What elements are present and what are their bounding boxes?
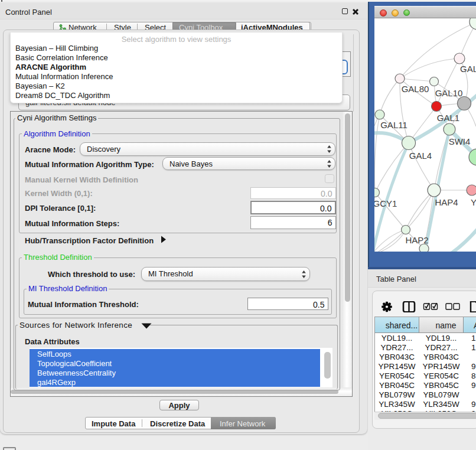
svg-text:SWI4: SWI4 xyxy=(449,136,471,146)
svg-text:HAP2: HAP2 xyxy=(405,235,428,245)
svg-text:HAP4: HAP4 xyxy=(435,197,458,207)
svg-text:GAL11: GAL11 xyxy=(380,120,407,130)
svg-text:GAL7: GAL7 xyxy=(460,64,476,74)
svg-text:GAL1: GAL1 xyxy=(437,113,459,123)
svg-text:GAL4: GAL4 xyxy=(409,151,432,161)
svg-text:GAL80: GAL80 xyxy=(402,84,429,94)
svg-text:YJ: YJ xyxy=(471,197,476,207)
svg-text:GAL10: GAL10 xyxy=(435,88,463,98)
svg-text:GCY1: GCY1 xyxy=(374,198,397,208)
